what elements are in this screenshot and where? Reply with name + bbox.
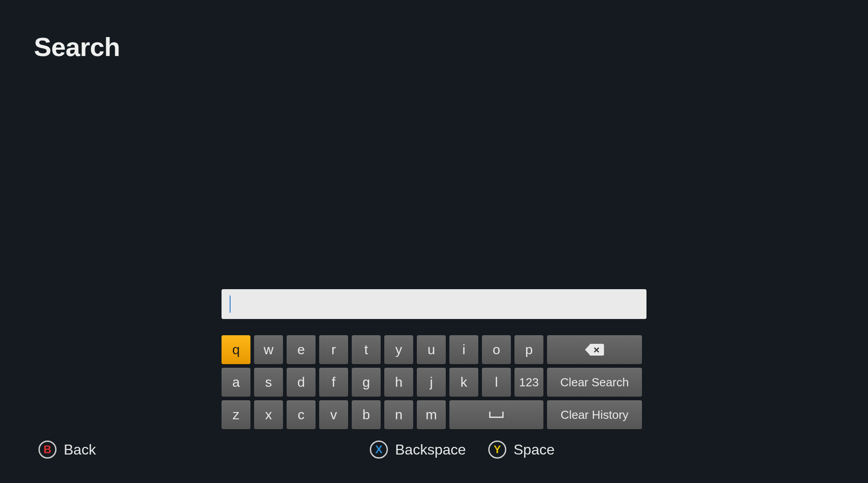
hint-backspace: X Backspace	[370, 441, 466, 459]
space-icon	[489, 412, 504, 418]
search-input[interactable]	[222, 289, 646, 319]
key-l[interactable]: l	[482, 368, 511, 397]
key-k[interactable]: k	[449, 368, 478, 397]
key-x[interactable]: x	[254, 400, 283, 429]
key-123[interactable]: 123	[514, 368, 543, 397]
key-g[interactable]: g	[352, 368, 381, 397]
keyboard-row-2: z x c v b n m Clear History	[222, 400, 646, 429]
keyboard-row-1: a s d f g h j k l 123 Clear Search	[222, 368, 646, 397]
key-a[interactable]: a	[222, 368, 250, 397]
key-v[interactable]: v	[319, 400, 348, 429]
controller-hints: B Back X Backspace Y Space	[0, 437, 868, 462]
key-n[interactable]: n	[384, 400, 413, 429]
b-button-icon: B	[38, 441, 57, 459]
y-button-icon: Y	[488, 441, 506, 459]
key-q[interactable]: q	[222, 335, 250, 364]
hint-space: Y Space	[488, 441, 555, 459]
key-space[interactable]	[449, 400, 543, 429]
key-z[interactable]: z	[222, 400, 250, 429]
key-w[interactable]: w	[254, 335, 283, 364]
backspace-icon: ✕	[585, 344, 604, 356]
key-clear-search[interactable]: Clear Search	[547, 368, 642, 397]
key-o[interactable]: o	[482, 335, 511, 364]
key-clear-history[interactable]: Clear History	[547, 400, 642, 429]
page-title: Search	[34, 32, 120, 62]
key-b[interactable]: b	[352, 400, 381, 429]
key-s[interactable]: s	[254, 368, 283, 397]
x-button-icon: X	[370, 441, 388, 459]
text-cursor	[230, 295, 231, 313]
key-backspace[interactable]: ✕	[547, 335, 642, 364]
key-y[interactable]: y	[384, 335, 413, 364]
hint-space-label: Space	[514, 441, 555, 458]
key-r[interactable]: r	[319, 335, 348, 364]
keyboard-row-0: q w e r t y u i o p ✕	[222, 335, 646, 364]
hint-back: B Back	[38, 441, 96, 459]
key-c[interactable]: c	[287, 400, 316, 429]
keyboard-rows: q w e r t y u i o p ✕ a s d f g h j k	[222, 335, 646, 429]
key-t[interactable]: t	[352, 335, 381, 364]
key-h[interactable]: h	[384, 368, 413, 397]
hint-backspace-label: Backspace	[395, 441, 466, 458]
key-e[interactable]: e	[287, 335, 316, 364]
key-p[interactable]: p	[514, 335, 543, 364]
key-i[interactable]: i	[449, 335, 478, 364]
key-j[interactable]: j	[417, 368, 446, 397]
key-f[interactable]: f	[319, 368, 348, 397]
key-d[interactable]: d	[287, 368, 316, 397]
onscreen-keyboard: q w e r t y u i o p ✕ a s d f g h j k	[222, 289, 646, 429]
hint-back-label: Back	[64, 441, 96, 458]
key-u[interactable]: u	[417, 335, 446, 364]
key-m[interactable]: m	[417, 400, 446, 429]
